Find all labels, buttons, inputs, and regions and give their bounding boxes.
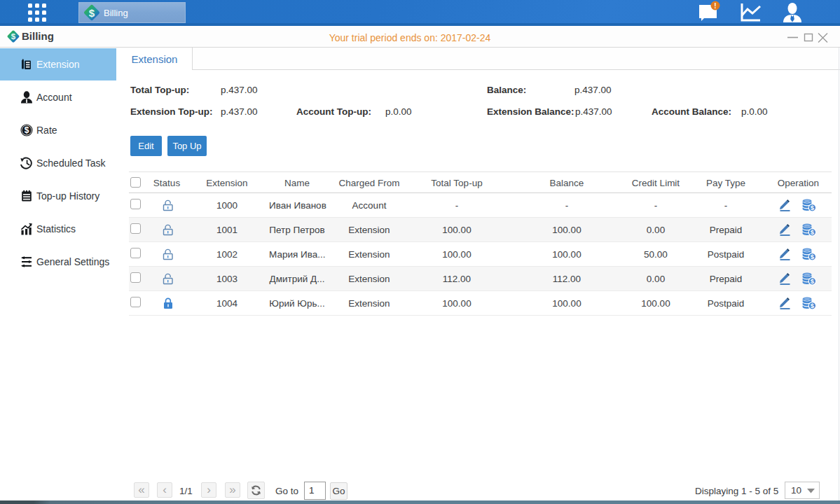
svg-text:$: $ <box>89 7 95 19</box>
svg-text:$: $ <box>25 125 29 135</box>
svg-text:!: ! <box>714 2 716 10</box>
